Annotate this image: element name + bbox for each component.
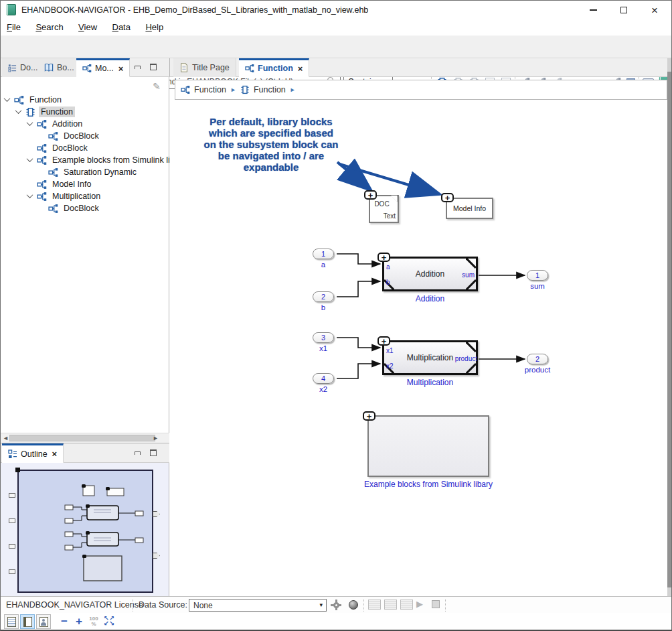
measurement-icon-2[interactable] (384, 600, 397, 610)
inport-3[interactable]: 3 (313, 332, 334, 343)
tree-item-function-root[interactable]: Function (3, 94, 64, 106)
panel-minimize-button[interactable] (132, 448, 143, 458)
model-tree-icon (37, 143, 47, 153)
tab-close-icon[interactable]: × (298, 64, 303, 74)
menu-data[interactable]: Data (106, 19, 136, 34)
data-source-label: Data Source: (139, 600, 187, 610)
breadcrumb-item-function-root[interactable]: Function (194, 85, 226, 94)
expand-badge[interactable]: + (363, 411, 375, 421)
tree-item-docblock-3[interactable]: DocBlock (37, 202, 101, 214)
outport-1[interactable]: 1 (527, 270, 548, 281)
main-tab-strip: Title Page Function × (170, 58, 667, 77)
outline-mini-outport (153, 511, 160, 517)
tab-bookmarks[interactable]: Bo... (38, 58, 81, 77)
port-number: 2 (321, 293, 325, 301)
menu-help[interactable]: Help (139, 19, 169, 34)
tree-item-addition[interactable]: Addition (26, 118, 84, 130)
stop-icon[interactable] (432, 600, 440, 608)
split-view-button[interactable] (20, 614, 35, 629)
expand-badge[interactable]: + (441, 193, 454, 202)
plus-icon: + (445, 194, 450, 202)
outline-resize-handle[interactable] (15, 468, 20, 472)
tree-item-multiplication[interactable]: Multiplication (26, 190, 102, 202)
outline-icon (8, 449, 17, 459)
chevron-down-icon[interactable] (4, 95, 11, 102)
tree-item-saturation-dynamic[interactable]: Saturation Dynamic (37, 166, 139, 178)
measurement-icon-3[interactable] (400, 600, 413, 610)
close-button[interactable]: × (643, 1, 666, 19)
panel-minimize-button[interactable] (132, 62, 143, 72)
example-caption: Example blocks from Simulink libary (341, 480, 515, 489)
minimize-button[interactable] (582, 1, 604, 19)
data-sphere-icon[interactable] (349, 600, 358, 610)
tree-horizontal-scrollbar[interactable]: ◄ ► (1, 433, 169, 443)
panel-maximize-button[interactable] (148, 62, 159, 72)
chevron-down-icon[interactable] (15, 107, 22, 114)
scroll-left-icon[interactable]: ◄ (3, 435, 9, 442)
measurement-icon-1[interactable] (368, 600, 381, 610)
data-source-dropdown[interactable]: None ▾ (189, 599, 327, 612)
addition-subsystem-block[interactable]: Addition a b sum (382, 257, 478, 291)
tree-item-example-blocks[interactable]: Example blocks from Simulink lib (26, 154, 177, 166)
zoom-out-button[interactable]: − (58, 614, 71, 629)
tree-item-docblock-2[interactable]: DocBlock (26, 142, 90, 154)
menu-search[interactable]: Search (29, 19, 69, 34)
annotation-line: expandable (189, 161, 353, 173)
inport-2[interactable]: 2 (313, 291, 334, 302)
tree-item-function[interactable]: Function (15, 106, 75, 118)
expand-badge[interactable]: + (377, 336, 390, 346)
single-page-view-button[interactable] (4, 614, 19, 629)
multiplication-subsystem-block[interactable]: Multiplication x1 x2 product (382, 340, 478, 375)
tab-model[interactable]: Mo... × (76, 58, 130, 77)
tab-outline[interactable]: Outline × (2, 443, 64, 463)
model-canvas[interactable]: Per default, library blocks which are sp… (170, 100, 667, 596)
portrait-view-button[interactable] (36, 614, 51, 629)
chevron-down-icon[interactable] (27, 119, 33, 126)
menu-file[interactable]: File (1, 19, 27, 34)
tree-item-label: Multiplication (50, 191, 102, 202)
panel-maximize-button[interactable] (148, 448, 159, 458)
outline-thumbnail (19, 471, 152, 591)
menu-view[interactable]: View (72, 19, 103, 34)
example-blocks-block[interactable] (367, 415, 489, 477)
breadcrumb-item-function[interactable]: Function (254, 85, 286, 94)
tab-close-icon[interactable]: × (52, 449, 58, 459)
expand-badge[interactable]: + (364, 190, 377, 200)
scrollbar-thumb[interactable] (667, 72, 672, 587)
canvas-vertical-scrollbar[interactable] (667, 58, 672, 596)
tree-item-docblock-1[interactable]: DocBlock (37, 130, 101, 142)
library-notch-icon (466, 258, 477, 269)
plus-icon: + (382, 337, 387, 346)
fit-to-view-button[interactable]: ↖↗ ↙↘ (102, 616, 116, 626)
plus-icon: + (368, 191, 373, 200)
outline-viewport[interactable] (17, 470, 153, 593)
outport-2[interactable]: 2 (527, 354, 548, 364)
port-number: 3 (321, 334, 325, 342)
settings-gear-icon[interactable] (333, 602, 339, 608)
inport-1[interactable]: 1 (313, 249, 334, 259)
zoom-100-button[interactable]: 100 % (87, 616, 100, 627)
minimize-icon (590, 9, 597, 11)
tab-close-icon[interactable]: × (118, 64, 124, 74)
scroll-right-icon[interactable]: ► (153, 435, 159, 442)
chevron-down-icon[interactable] (27, 155, 33, 162)
tab-title-page[interactable]: Title Page (173, 58, 236, 77)
model-tree-icon (181, 85, 190, 94)
port-label-product: product (455, 356, 477, 362)
expand-badge[interactable]: + (377, 253, 390, 262)
maximize-button[interactable] (612, 1, 635, 19)
scrollbar-thumb[interactable] (9, 435, 155, 441)
status-separator (133, 599, 133, 612)
tree-item-model-info[interactable]: Model Info (26, 178, 93, 190)
play-icon[interactable]: ▶ (416, 599, 423, 609)
pencil-icon[interactable]: ✎ (153, 81, 161, 92)
chevron-down-icon[interactable] (27, 192, 33, 198)
tab-function[interactable]: Function × (239, 58, 309, 77)
data-source-value: None (193, 601, 213, 610)
inport-4[interactable]: 4 (313, 373, 334, 384)
tab-label: Title Page (192, 63, 230, 72)
maximize-icon (150, 64, 157, 70)
inport-3-label: x1 (303, 344, 343, 352)
zoom-in-button[interactable]: + (72, 614, 86, 629)
outline-mini-outport (153, 553, 160, 559)
